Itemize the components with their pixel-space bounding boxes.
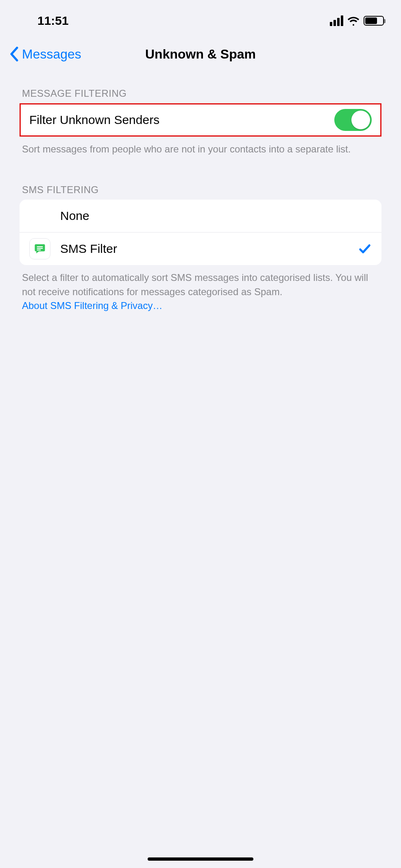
link-about-sms-filtering[interactable]: About SMS Filtering & Privacy… bbox=[22, 300, 162, 311]
svg-rect-2 bbox=[37, 250, 41, 250]
back-button[interactable]: Messages bbox=[10, 46, 81, 62]
status-time: 11:51 bbox=[37, 14, 69, 28]
row-label-none: None bbox=[60, 209, 372, 223]
page-title: Unknown & Spam bbox=[145, 47, 256, 62]
back-label: Messages bbox=[22, 47, 81, 62]
section-header-sms-filtering: SMS FILTERING bbox=[0, 184, 401, 200]
home-indicator bbox=[148, 857, 253, 861]
chevron-left-icon bbox=[10, 46, 19, 62]
checkmark-icon bbox=[358, 242, 372, 256]
row-label-filter-unknown: Filter Unknown Senders bbox=[29, 113, 334, 127]
row-sms-filter[interactable]: SMS Filter bbox=[20, 232, 381, 265]
svg-rect-1 bbox=[37, 248, 43, 249]
status-bar: 11:51 bbox=[0, 0, 401, 33]
highlight-filter-unknown-row: Filter Unknown Senders bbox=[20, 103, 381, 137]
row-filter-unknown-senders[interactable]: Filter Unknown Senders bbox=[20, 103, 381, 137]
wifi-icon bbox=[347, 15, 360, 27]
row-sms-none[interactable]: None bbox=[20, 200, 381, 232]
sms-footer-text: Select a filter to automatically sort SM… bbox=[22, 272, 368, 297]
sms-filter-app-icon bbox=[29, 238, 50, 259]
toggle-filter-unknown[interactable] bbox=[334, 109, 372, 131]
status-icons bbox=[330, 15, 385, 27]
row-label-sms-filter: SMS Filter bbox=[60, 242, 358, 256]
battery-icon bbox=[364, 16, 384, 26]
svg-rect-0 bbox=[37, 246, 43, 247]
section-footer-message-filtering: Sort messages from people who are not in… bbox=[0, 137, 401, 157]
nav-header: Messages Unknown & Spam bbox=[0, 39, 401, 69]
section-header-message-filtering: MESSAGE FILTERING bbox=[0, 88, 401, 103]
speech-bubble-icon bbox=[34, 243, 46, 255]
cellular-icon bbox=[330, 15, 343, 26]
section-sms-filtering: SMS FILTERING None SMS Filter bbox=[0, 184, 401, 313]
section-footer-sms-filtering: Select a filter to automatically sort SM… bbox=[0, 265, 401, 313]
section-message-filtering: MESSAGE FILTERING Filter Unknown Senders… bbox=[0, 88, 401, 157]
